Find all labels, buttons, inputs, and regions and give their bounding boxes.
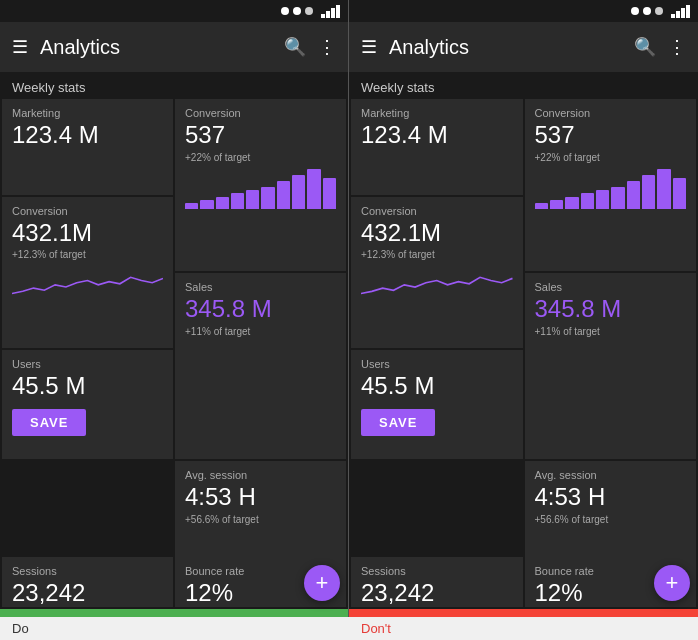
card-sub: +12.3% of target: [12, 249, 163, 260]
panel-do: ☰ Analytics 🔍 ⋮ Weekly statsMarketing123…: [0, 0, 349, 617]
stat-card-sales: Sales345.8 M+11% of target: [525, 273, 697, 459]
card-label: Conversion: [185, 107, 336, 119]
partial-card-sessions: Sessions 23,242: [351, 557, 523, 607]
bar: [581, 193, 594, 208]
menu-icon[interactable]: ☰: [12, 36, 28, 58]
bar: [307, 169, 320, 209]
status-dot: [305, 7, 313, 15]
bar: [185, 203, 198, 209]
stat-card-avg-session: Avg. session4:53 H+56.6% of target: [525, 461, 697, 557]
header-icons: 🔍 ⋮: [634, 36, 686, 58]
card-value: 123.4 M: [12, 121, 163, 150]
card-label: Sales: [185, 281, 336, 293]
bar-chart: [185, 169, 336, 209]
bar: [231, 193, 244, 208]
card-sub: +22% of target: [185, 152, 336, 163]
bar: [642, 175, 655, 209]
bar-chart: [535, 169, 687, 209]
stat-card-conversion-big: Conversion432.1M+12.3% of target: [2, 197, 173, 348]
stat-card-conversion-top: Conversion537+22% of target: [525, 99, 697, 271]
stat-card-marketing: Marketing123.4 M: [2, 99, 173, 195]
weekly-stats-label: Weekly stats: [349, 72, 698, 99]
card-label: Marketing: [361, 107, 513, 119]
save-button[interactable]: SAVE: [12, 409, 86, 436]
stat-card-users: Users45.5 MSAVE: [351, 350, 523, 459]
menu-icon[interactable]: ☰: [361, 36, 377, 58]
card-value: 45.5 M: [12, 372, 163, 401]
card-sub: +56.6% of target: [535, 514, 687, 525]
card-label: Conversion: [12, 205, 163, 217]
bottom-bar: [349, 609, 698, 617]
status-dot: [281, 7, 289, 15]
card-label: Sessions: [12, 565, 163, 577]
stat-card-sales: Sales345.8 M+11% of target: [175, 273, 346, 459]
partial-row: Sessions 23,242 Bounce rate 12% +: [349, 557, 698, 609]
stat-card-users: Users45.5 MSAVE: [2, 350, 173, 459]
label-row: DoDon't: [0, 617, 698, 640]
signal-icon: [671, 5, 690, 18]
card-sub: +56.6% of target: [185, 514, 336, 525]
status-dot: [655, 7, 663, 15]
card-sub: +22% of target: [535, 152, 687, 163]
sparkline-chart: [12, 260, 163, 300]
card-label: Users: [12, 358, 163, 370]
card-value: 123.4 M: [361, 121, 513, 150]
fab-button[interactable]: +: [654, 565, 690, 601]
card-value: 345.8 M: [185, 295, 336, 324]
more-icon[interactable]: ⋮: [668, 36, 686, 58]
card-value: 432.1M: [12, 219, 163, 248]
card-label: Sales: [535, 281, 687, 293]
stat-card-avg-session: Avg. session4:53 H+56.6% of target: [175, 461, 346, 557]
bar: [261, 187, 274, 209]
card-value: 23,242: [12, 579, 163, 607]
card-label: Marketing: [12, 107, 163, 119]
card-value: 537: [535, 121, 687, 150]
search-icon[interactable]: 🔍: [634, 36, 656, 58]
app-header: ☰ Analytics 🔍 ⋮: [0, 22, 348, 72]
bar: [292, 175, 305, 209]
sparkline-chart: [361, 260, 513, 300]
stat-card-conversion-top: Conversion537+22% of target: [175, 99, 346, 271]
card-label: Users: [361, 358, 513, 370]
card-label: Avg. session: [535, 469, 687, 481]
status-dot: [631, 7, 639, 15]
card-value: 4:53 H: [535, 483, 687, 512]
more-icon[interactable]: ⋮: [318, 36, 336, 58]
bar: [596, 190, 609, 208]
bar: [535, 203, 548, 209]
header-icons: 🔍 ⋮: [284, 36, 336, 58]
card-value: 23,242: [361, 579, 513, 607]
partial-card-sessions: Sessions 23,242: [2, 557, 173, 607]
stat-card-marketing: Marketing123.4 M: [351, 99, 523, 195]
bar: [277, 181, 290, 209]
weekly-stats-label: Weekly stats: [0, 72, 348, 99]
fab-button[interactable]: +: [304, 565, 340, 601]
app-title: Analytics: [389, 36, 634, 59]
status-bar: [349, 0, 698, 22]
card-value: 4:53 H: [185, 483, 336, 512]
stat-card-conversion-big: Conversion432.1M+12.3% of target: [351, 197, 523, 348]
bar: [673, 178, 686, 209]
bar: [627, 181, 640, 209]
card-value: 45.5 M: [361, 372, 513, 401]
search-icon[interactable]: 🔍: [284, 36, 306, 58]
card-sub: +11% of target: [185, 326, 336, 337]
bar: [565, 197, 578, 209]
card-value: 432.1M: [361, 219, 513, 248]
bar: [246, 190, 259, 208]
card-value: 537: [185, 121, 336, 150]
card-sub: +12.3% of target: [361, 249, 513, 260]
panels-container: ☰ Analytics 🔍 ⋮ Weekly statsMarketing123…: [0, 0, 698, 617]
panel-label-dont: Don't: [349, 617, 698, 640]
save-button[interactable]: SAVE: [361, 409, 435, 436]
bar: [550, 200, 563, 209]
bar: [216, 197, 229, 209]
card-label: Avg. session: [185, 469, 336, 481]
card-label: Conversion: [361, 205, 513, 217]
app-header: ☰ Analytics 🔍 ⋮: [349, 22, 698, 72]
app-title: Analytics: [40, 36, 284, 59]
stats-grid: Marketing123.4 MConversion537+22% of tar…: [349, 99, 698, 557]
status-bar: [0, 0, 348, 22]
bar: [611, 187, 624, 209]
card-value: 345.8 M: [535, 295, 687, 324]
